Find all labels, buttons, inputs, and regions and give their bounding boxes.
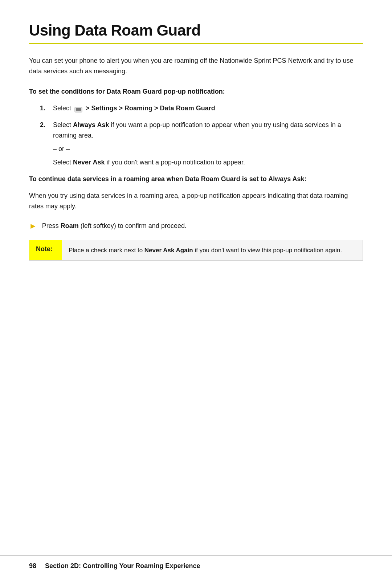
step-1-number: 1.: [40, 103, 45, 114]
menu-icon: [74, 105, 82, 111]
note-content: Place a check mark next to Never Ask Aga…: [62, 240, 348, 260]
step-2-number: 2.: [40, 120, 45, 130]
step-2-text: Select Always Ask if you want a pop-up n…: [53, 121, 363, 167]
never-ask: Never Ask: [73, 159, 105, 166]
section2-heading: To continue data services in a roaming a…: [29, 174, 363, 184]
intro-paragraph: You can set your phone to alert you when…: [29, 56, 363, 77]
step-1: 1. Select > Settings > Roaming > Data Ro…: [40, 103, 363, 114]
page-title: Using Data Roam Guard: [29, 22, 363, 39]
never-ask-again: Never Ask Again: [144, 247, 193, 254]
title-underline: [29, 43, 363, 44]
continuation-text: Select Never Ask if you don't want a pop…: [53, 157, 363, 168]
roam-bold: Roam: [61, 222, 79, 229]
footer-page-number: 98: [29, 562, 36, 570]
section1-heading: To set the conditions for Data Roam Guar…: [29, 87, 363, 97]
footer-section-title: Section 2D: Controlling Your Roaming Exp…: [45, 562, 200, 570]
note-box: Note: Place a check mark next to Never A…: [29, 240, 363, 261]
steps-list: 1. Select > Settings > Roaming > Data Ro…: [40, 103, 363, 168]
or-separator: – or –: [53, 144, 363, 154]
bullet-text: Press Roam (left softkey) to confirm and…: [42, 221, 187, 231]
body-paragraph: When you try using data services in a ro…: [29, 191, 363, 212]
bullet-item: ► Press Roam (left softkey) to confirm a…: [29, 221, 363, 231]
bullet-arrow-icon: ►: [29, 221, 37, 231]
step-1-nav: > Settings > Roaming > Data Roam Guard: [86, 105, 215, 112]
step-2-always-ask: Always Ask: [73, 121, 109, 128]
page-footer: 98 Section 2D: Controlling Your Roaming …: [0, 555, 392, 570]
note-label: Note:: [29, 240, 62, 260]
step-2: 2. Select Always Ask if you want a pop-u…: [40, 120, 363, 167]
step-1-text: Select > Settings > Roaming > Data Roam …: [53, 105, 215, 112]
step-2-before: Select: [53, 121, 73, 128]
